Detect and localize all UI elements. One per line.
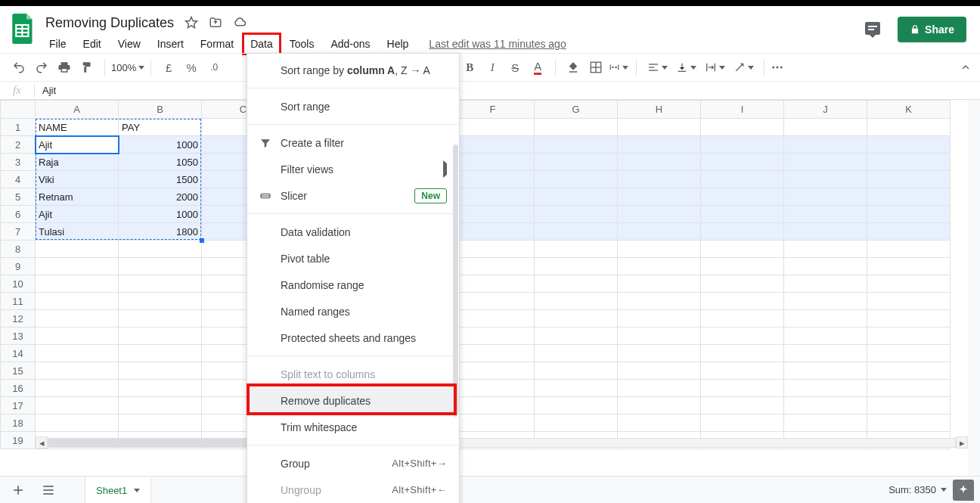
vertical-scrollbar[interactable] (968, 100, 980, 476)
move-icon[interactable] (207, 14, 224, 31)
cell[interactable] (451, 415, 535, 432)
last-edit-link[interactable]: Last edit was 11 minutes ago (429, 38, 566, 50)
cell[interactable] (119, 241, 202, 258)
percent-button[interactable]: % (181, 57, 201, 77)
cell[interactable] (618, 362, 701, 380)
cell[interactable] (867, 154, 951, 171)
cell[interactable] (451, 136, 535, 154)
cell[interactable] (618, 136, 701, 154)
cell[interactable] (535, 119, 618, 136)
cell[interactable] (618, 275, 701, 293)
cell[interactable] (618, 258, 701, 275)
row-header[interactable]: 19 (1, 432, 36, 449)
share-button[interactable]: Share (898, 17, 966, 42)
cell[interactable] (867, 275, 951, 293)
cell[interactable] (784, 136, 867, 154)
cell[interactable]: Ajit (36, 206, 119, 223)
cell[interactable]: Ajit (36, 136, 119, 154)
row-header[interactable]: 17 (1, 397, 36, 415)
cell[interactable] (867, 223, 951, 241)
cell[interactable] (451, 154, 535, 171)
currency-button[interactable]: £ (159, 57, 178, 77)
menu-sort-range[interactable]: Sort range (247, 93, 459, 120)
menu-randomise-range[interactable]: Randomise range (247, 272, 459, 298)
menu-tools[interactable]: Tools (281, 33, 323, 55)
cell[interactable] (867, 293, 951, 310)
cell[interactable] (451, 328, 535, 345)
comments-icon[interactable] (863, 20, 882, 39)
all-sheets-button[interactable] (36, 478, 60, 502)
cell[interactable] (867, 328, 951, 345)
cell[interactable] (451, 397, 535, 415)
row-header[interactable]: 13 (1, 328, 36, 345)
menu-group[interactable]: GroupAlt+Shift+→ (247, 450, 459, 477)
sheet-tab[interactable]: Sheet1 (85, 477, 151, 504)
cell[interactable] (535, 293, 618, 310)
cell[interactable] (784, 241, 867, 258)
cell[interactable] (701, 397, 784, 415)
rotate-button[interactable] (730, 57, 756, 77)
cell[interactable] (701, 188, 784, 206)
cell[interactable] (867, 380, 951, 397)
cell[interactable] (701, 310, 784, 328)
cell[interactable] (451, 206, 535, 223)
cloud-status-icon[interactable] (231, 14, 248, 31)
redo-button[interactable] (32, 57, 51, 77)
cell[interactable] (535, 415, 618, 432)
dropdown-scrollbar[interactable] (452, 54, 459, 503)
cell[interactable]: 1500 (119, 171, 202, 188)
cell[interactable] (784, 415, 867, 432)
italic-button[interactable]: I (482, 57, 502, 77)
cell[interactable] (784, 397, 867, 415)
cell[interactable] (119, 345, 202, 362)
cell[interactable] (618, 188, 701, 206)
sheets-logo[interactable] (8, 14, 38, 44)
borders-button[interactable] (586, 57, 606, 77)
cell[interactable] (701, 328, 784, 345)
cell[interactable] (701, 119, 784, 136)
cell[interactable] (36, 328, 119, 345)
cell[interactable] (451, 258, 535, 275)
row-header[interactable]: 10 (1, 275, 36, 293)
cell[interactable] (867, 171, 951, 188)
cell[interactable] (119, 310, 202, 328)
cell[interactable] (535, 345, 618, 362)
row-header[interactable]: 11 (1, 293, 36, 310)
row-header[interactable]: 16 (1, 380, 36, 397)
wrap-button[interactable] (702, 57, 727, 77)
menu-data[interactable]: Data (242, 33, 281, 55)
add-sheet-button[interactable] (6, 478, 30, 502)
cell[interactable] (867, 362, 951, 380)
col-header[interactable]: J (784, 101, 867, 119)
merge-button[interactable] (609, 57, 628, 77)
cell[interactable] (867, 119, 951, 136)
cell[interactable] (618, 310, 701, 328)
cell[interactable] (119, 397, 202, 415)
decrease-decimal-button[interactable]: .0 (204, 57, 224, 77)
menu-addons[interactable]: Add-ons (322, 33, 378, 55)
cell[interactable] (618, 241, 701, 258)
cell[interactable] (36, 362, 119, 380)
document-title[interactable]: Removing Duplicates (41, 14, 178, 33)
cell[interactable] (784, 310, 867, 328)
valign-button[interactable] (673, 57, 699, 77)
cell[interactable]: NAME (36, 119, 119, 136)
cell[interactable] (701, 241, 784, 258)
cell[interactable]: Retnam (36, 188, 119, 206)
cell[interactable] (451, 362, 535, 380)
cell[interactable] (535, 258, 618, 275)
bold-button[interactable]: B (460, 57, 479, 77)
cell[interactable] (701, 362, 784, 380)
cell[interactable] (867, 415, 951, 432)
cell[interactable] (535, 397, 618, 415)
cell[interactable] (119, 328, 202, 345)
cell[interactable] (701, 415, 784, 432)
print-button[interactable] (54, 57, 74, 77)
col-header[interactable]: K (867, 101, 951, 119)
cell[interactable] (784, 223, 867, 241)
row-header[interactable]: 2 (1, 136, 36, 154)
cell[interactable] (451, 223, 535, 241)
cell[interactable] (451, 380, 535, 397)
row-header[interactable]: 6 (1, 206, 36, 223)
col-header[interactable]: B (119, 101, 202, 119)
